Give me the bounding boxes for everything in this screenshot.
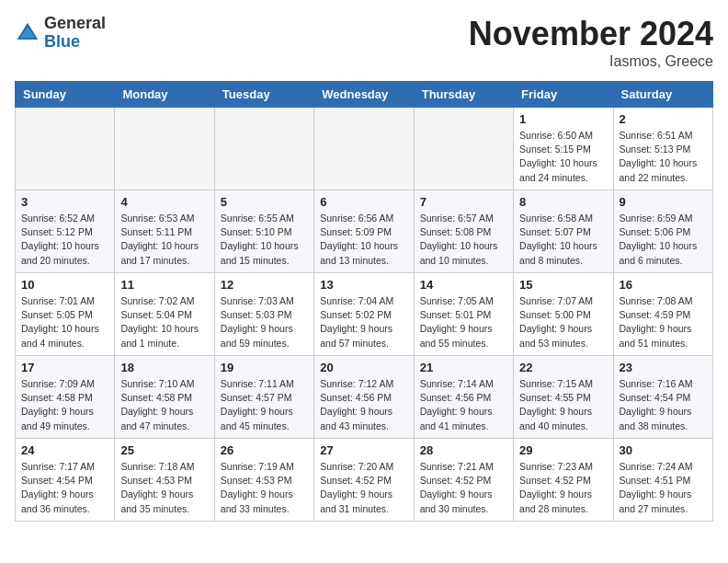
logo: General Blue (15, 15, 106, 52)
day-number: 16 (620, 278, 707, 292)
calendar-cell: 2Sunrise: 6:51 AMSunset: 5:13 PMDaylight… (613, 108, 712, 190)
day-info: Sunrise: 6:57 AMSunset: 5:08 PMDaylight:… (420, 212, 507, 268)
day-info: Sunrise: 7:21 AMSunset: 4:52 PMDaylight:… (420, 460, 507, 516)
calendar-cell: 23Sunrise: 7:16 AMSunset: 4:54 PMDayligh… (613, 356, 712, 439)
day-number: 27 (320, 443, 407, 457)
calendar-cell (214, 108, 313, 190)
weekday-header-row: SundayMondayTuesdayWednesdayThursdayFrid… (16, 82, 713, 108)
day-info: Sunrise: 7:20 AMSunset: 4:52 PMDaylight:… (320, 460, 407, 516)
day-number: 23 (620, 361, 707, 374)
day-info: Sunrise: 6:58 AMSunset: 5:07 PMDaylight:… (519, 212, 607, 268)
day-number: 30 (620, 443, 707, 457)
day-number: 7 (420, 195, 507, 209)
day-number: 6 (320, 195, 407, 209)
day-number: 2 (620, 112, 707, 126)
day-info: Sunrise: 6:51 AMSunset: 5:13 PMDaylight:… (620, 129, 707, 185)
page-header: General Blue November 2024 Iasmos, Greec… (15, 15, 713, 70)
day-info: Sunrise: 7:10 AMSunset: 4:58 PMDaylight:… (120, 377, 208, 433)
calendar-cell: 24Sunrise: 7:17 AMSunset: 4:54 PMDayligh… (16, 439, 115, 522)
calendar-cell: 4Sunrise: 6:53 AMSunset: 5:11 PMDaylight… (115, 190, 214, 273)
title-block: November 2024 Iasmos, Greece (469, 15, 713, 70)
calendar-week-row: 10Sunrise: 7:01 AMSunset: 5:05 PMDayligh… (16, 273, 713, 356)
calendar-cell: 3Sunrise: 6:52 AMSunset: 5:12 PMDaylight… (16, 190, 115, 273)
day-info: Sunrise: 7:08 AMSunset: 4:59 PMDaylight:… (620, 294, 707, 350)
calendar-cell: 26Sunrise: 7:19 AMSunset: 4:53 PMDayligh… (214, 439, 313, 522)
calendar-cell (414, 108, 513, 190)
calendar-cell: 29Sunrise: 7:23 AMSunset: 4:52 PMDayligh… (514, 439, 613, 522)
calendar-cell: 27Sunrise: 7:20 AMSunset: 4:52 PMDayligh… (314, 439, 414, 522)
calendar-cell: 6Sunrise: 6:56 AMSunset: 5:09 PMDaylight… (314, 190, 414, 273)
day-number: 19 (221, 361, 308, 374)
calendar-cell (16, 108, 115, 190)
day-number: 4 (120, 195, 208, 209)
day-info: Sunrise: 7:03 AMSunset: 5:03 PMDaylight:… (221, 294, 308, 350)
logo-icon (15, 20, 40, 46)
day-number: 29 (519, 443, 607, 457)
calendar-week-row: 1Sunrise: 6:50 AMSunset: 5:15 PMDaylight… (16, 108, 713, 190)
day-number: 18 (120, 361, 208, 374)
day-number: 26 (221, 443, 308, 457)
day-info: Sunrise: 6:50 AMSunset: 5:15 PMDaylight:… (519, 129, 607, 185)
logo-general-text: General (44, 14, 106, 32)
day-number: 1 (519, 112, 607, 126)
calendar-cell: 30Sunrise: 7:24 AMSunset: 4:51 PMDayligh… (613, 439, 712, 522)
day-info: Sunrise: 7:23 AMSunset: 4:52 PMDaylight:… (519, 460, 607, 516)
weekday-header-monday: Monday (115, 82, 214, 108)
day-info: Sunrise: 6:55 AMSunset: 5:10 PMDaylight:… (221, 212, 308, 268)
calendar-week-row: 17Sunrise: 7:09 AMSunset: 4:58 PMDayligh… (16, 356, 713, 439)
weekday-header-sunday: Sunday (16, 82, 115, 108)
day-number: 25 (120, 443, 208, 457)
day-number: 14 (420, 278, 507, 292)
calendar-cell: 13Sunrise: 7:04 AMSunset: 5:02 PMDayligh… (314, 273, 414, 356)
day-number: 5 (221, 195, 308, 209)
day-info: Sunrise: 7:17 AMSunset: 4:54 PMDaylight:… (21, 460, 108, 516)
day-info: Sunrise: 7:16 AMSunset: 4:54 PMDaylight:… (620, 377, 707, 433)
calendar-cell: 5Sunrise: 6:55 AMSunset: 5:10 PMDaylight… (214, 190, 313, 273)
calendar-cell: 17Sunrise: 7:09 AMSunset: 4:58 PMDayligh… (16, 356, 115, 439)
calendar-week-row: 24Sunrise: 7:17 AMSunset: 4:54 PMDayligh… (16, 439, 713, 522)
day-number: 15 (519, 278, 607, 292)
day-number: 3 (21, 195, 108, 209)
calendar-cell: 18Sunrise: 7:10 AMSunset: 4:58 PMDayligh… (115, 356, 214, 439)
calendar-cell: 20Sunrise: 7:12 AMSunset: 4:56 PMDayligh… (314, 356, 414, 439)
calendar-week-row: 3Sunrise: 6:52 AMSunset: 5:12 PMDaylight… (16, 190, 713, 273)
calendar-cell: 1Sunrise: 6:50 AMSunset: 5:15 PMDaylight… (514, 108, 613, 190)
calendar-cell: 10Sunrise: 7:01 AMSunset: 5:05 PMDayligh… (16, 273, 115, 356)
weekday-header-thursday: Thursday (414, 82, 513, 108)
location: Iasmos, Greece (469, 53, 713, 70)
day-info: Sunrise: 7:14 AMSunset: 4:56 PMDaylight:… (420, 377, 507, 433)
day-info: Sunrise: 7:09 AMSunset: 4:58 PMDaylight:… (21, 377, 108, 433)
day-info: Sunrise: 7:05 AMSunset: 5:01 PMDaylight:… (420, 294, 507, 350)
calendar-cell (314, 108, 414, 190)
calendar-cell (115, 108, 214, 190)
day-number: 8 (519, 195, 607, 209)
day-number: 11 (120, 278, 208, 292)
day-info: Sunrise: 7:04 AMSunset: 5:02 PMDaylight:… (320, 294, 407, 350)
day-number: 9 (620, 195, 707, 209)
calendar-cell: 11Sunrise: 7:02 AMSunset: 5:04 PMDayligh… (115, 273, 214, 356)
day-info: Sunrise: 7:24 AMSunset: 4:51 PMDaylight:… (620, 460, 707, 516)
calendar-cell: 14Sunrise: 7:05 AMSunset: 5:01 PMDayligh… (414, 273, 513, 356)
day-number: 22 (519, 361, 607, 374)
day-number: 17 (21, 361, 108, 374)
day-number: 20 (320, 361, 407, 374)
day-info: Sunrise: 7:01 AMSunset: 5:05 PMDaylight:… (21, 294, 108, 350)
calendar-cell: 16Sunrise: 7:08 AMSunset: 4:59 PMDayligh… (613, 273, 712, 356)
day-info: Sunrise: 6:56 AMSunset: 5:09 PMDaylight:… (320, 212, 407, 268)
day-info: Sunrise: 7:12 AMSunset: 4:56 PMDaylight:… (320, 377, 407, 433)
day-info: Sunrise: 6:59 AMSunset: 5:06 PMDaylight:… (620, 212, 707, 268)
day-info: Sunrise: 6:52 AMSunset: 5:12 PMDaylight:… (21, 212, 108, 268)
weekday-header-tuesday: Tuesday (214, 82, 313, 108)
calendar-cell: 9Sunrise: 6:59 AMSunset: 5:06 PMDaylight… (613, 190, 712, 273)
weekday-header-wednesday: Wednesday (314, 82, 414, 108)
calendar-cell: 25Sunrise: 7:18 AMSunset: 4:53 PMDayligh… (115, 439, 214, 522)
day-number: 21 (420, 361, 507, 374)
day-info: Sunrise: 7:11 AMSunset: 4:57 PMDaylight:… (221, 377, 308, 433)
day-info: Sunrise: 7:19 AMSunset: 4:53 PMDaylight:… (221, 460, 308, 516)
calendar-cell: 22Sunrise: 7:15 AMSunset: 4:55 PMDayligh… (514, 356, 613, 439)
calendar-cell: 15Sunrise: 7:07 AMSunset: 5:00 PMDayligh… (514, 273, 613, 356)
month-title: November 2024 (469, 15, 713, 53)
weekday-header-friday: Friday (514, 82, 613, 108)
weekday-header-saturday: Saturday (613, 82, 712, 108)
calendar-cell: 21Sunrise: 7:14 AMSunset: 4:56 PMDayligh… (414, 356, 513, 439)
